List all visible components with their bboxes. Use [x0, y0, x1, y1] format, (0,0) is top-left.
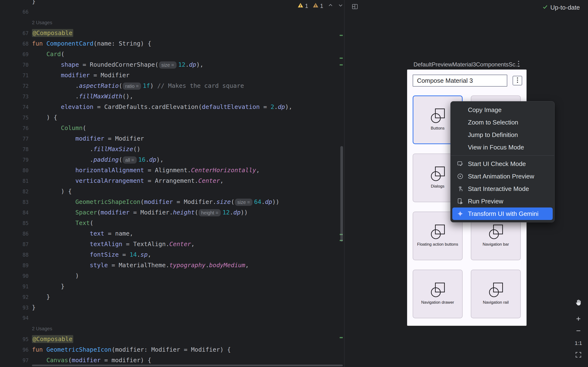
menu-icon-slot — [457, 119, 468, 126]
code-line[interactable]: } — [0, 0, 344, 7]
inspections-widget[interactable]: 1 1 — [297, 2, 344, 10]
menu-item-start-animation-preview[interactable]: Start Animation Preview — [451, 170, 554, 183]
code-line[interactable]: 71 modifier = Modifier — [0, 70, 344, 81]
code-line[interactable]: 93} — [0, 302, 344, 313]
kebab-icon — [518, 60, 519, 69]
preview-card-navigation-rail[interactable]: Navigation rail — [471, 270, 521, 318]
menu-item-label: Jump to Definition — [468, 131, 518, 139]
preview-title: DefaultPreviewMaterial3ComponentsSc... — [413, 61, 520, 68]
code-line[interactable]: 86 text = name, — [0, 228, 344, 239]
line-number: 67 — [0, 28, 29, 39]
compose-preview-panel: Up-to-date DefaultPreviewMaterial3Compon… — [344, 0, 588, 367]
menu-item-start-interactive-mode[interactable]: Start Interactive Mode — [451, 183, 554, 195]
code-line[interactable]: 79 .padding(all =16.dp), — [0, 154, 344, 165]
zoom-in-button[interactable] — [573, 313, 584, 325]
code-editor[interactable]: }662 Usages67@Composable68fun ComponentC… — [0, 0, 344, 367]
code-line[interactable]: 89 style = MaterialTheme.typography.body… — [0, 260, 344, 271]
weak-warning-icon — [312, 2, 319, 10]
horizontal-scrollbar-thumb[interactable] — [32, 365, 343, 366]
card-label: Navigation rail — [482, 300, 510, 305]
code-line[interactable]: 80 horizontalAlignment = Alignment.Cente… — [0, 165, 344, 175]
vertical-scrollbar-thumb[interactable] — [340, 146, 343, 242]
code-text: @Composable — [32, 334, 73, 344]
code-line[interactable]: 73 .fillMaxWidth(), — [0, 91, 344, 102]
previous-issue-button[interactable] — [328, 2, 333, 10]
menu-item-transform-ui-with-gemini[interactable]: Transform UI with Gemini — [452, 208, 553, 220]
usages-hint-row[interactable]: 2 Usages — [0, 323, 344, 334]
menu-item-label: Copy Image — [468, 106, 502, 114]
menu-item-label: Run Preview — [468, 198, 503, 205]
line-number: 69 — [0, 49, 29, 60]
line-number: 84 — [0, 208, 29, 218]
code-line[interactable]: 68fun ComponentCard(name: String) { — [0, 38, 344, 49]
code-line[interactable]: 67@Composable — [0, 28, 344, 38]
zoom-to-fit-button[interactable] — [573, 349, 584, 361]
menu-item-jump-to-definition[interactable]: Jump to Definition — [451, 129, 554, 141]
code-line[interactable]: 76 Column( — [0, 123, 344, 133]
menu-item-label: Start Interactive Mode — [468, 185, 529, 193]
code-line[interactable]: 74 elevation = CardDefaults.cardElevatio… — [0, 102, 344, 112]
menu-item-run-preview[interactable]: Run Preview — [451, 195, 554, 208]
zoom-out-button[interactable] — [573, 325, 584, 337]
code-text: } — [32, 0, 35, 7]
code-line[interactable]: 69 Card( — [0, 49, 344, 59]
line-number: 90 — [0, 271, 29, 281]
code-line[interactable]: 82 ) { — [0, 186, 344, 197]
line-number: 92 — [0, 292, 29, 302]
card-label: Dialogs — [430, 184, 446, 189]
code-text: fun GeometricShapeIcon(modifier: Modifie… — [32, 344, 231, 355]
menu-item-start-ui-check-mode[interactable]: Start UI Check Mode — [451, 158, 554, 170]
zoom-to-fit-icon — [575, 351, 582, 359]
code-line[interactable]: 88 fontSize = 14.sp, — [0, 250, 344, 260]
surface-menu-button[interactable] — [513, 76, 522, 85]
compose-material3-header[interactable]: Compose Material 3 — [413, 75, 507, 87]
menu-item-label: View in Focus Mode — [468, 144, 524, 151]
zoom-100-button[interactable]: 1:1 — [573, 337, 584, 349]
code-line[interactable]: 97 Canvas(modifier = modifier) { — [0, 355, 344, 366]
usages-hint-row[interactable]: 2 Usages — [0, 17, 344, 28]
vcs-change-mark — [340, 58, 343, 59]
code-line[interactable]: 81 verticalArrangement = Arrangement.Cen… — [0, 175, 344, 186]
line-number: 66 — [0, 7, 29, 17]
pan-button[interactable] — [573, 297, 584, 309]
code-text: shape = RoundedCornerShape(size =12.dp), — [32, 59, 203, 70]
usages-hint[interactable]: 2 Usages — [32, 323, 52, 334]
usages-hint[interactable]: 2 Usages — [32, 17, 52, 28]
vcs-change-mark — [340, 337, 343, 338]
menu-item-copy-image[interactable]: Copy Image — [451, 104, 554, 116]
code-lines: }662 Usages67@Composable68fun ComponentC… — [0, 0, 344, 366]
preview-layout-button[interactable] — [351, 3, 359, 11]
line-number: 89 — [0, 260, 29, 271]
code-text: .fillMaxWidth(), — [32, 91, 133, 102]
line-number: 94 — [0, 313, 29, 323]
code-line[interactable]: 90 ) — [0, 271, 344, 281]
code-line[interactable]: 77 modifier = Modifier — [0, 133, 344, 144]
menu-item-view-in-focus-mode[interactable]: View in Focus Mode — [451, 141, 554, 153]
code-line[interactable]: 87 textAlign = TextAlign.Center, — [0, 239, 344, 250]
next-issue-button[interactable] — [338, 2, 344, 10]
inlay-hint: size = — [235, 199, 252, 206]
code-line[interactable]: 72 .aspectRatio(ratio =1f) // Makes the … — [0, 81, 344, 91]
code-line[interactable]: 91 } — [0, 281, 344, 292]
code-line[interactable]: 75 ) { — [0, 112, 344, 123]
code-line[interactable]: 96fun GeometricShapeIcon(modifier: Modif… — [0, 344, 344, 355]
weak-warnings-count[interactable]: 1 — [312, 2, 323, 10]
code-line[interactable]: 70 shape = RoundedCornerShape(size =12.d… — [0, 59, 344, 70]
code-text: Column( — [32, 123, 86, 133]
preview-card-navigation-drawer[interactable]: Navigation drawer — [413, 270, 463, 318]
preview-options-button[interactable] — [515, 61, 522, 68]
menu-icon-slot — [457, 144, 468, 151]
code-line[interactable]: 85 Text( — [0, 218, 344, 228]
code-line[interactable]: 78 .fillMaxSize() — [0, 144, 344, 154]
code-line[interactable]: 83 GeometricShapeIcon(modifier = Modifie… — [0, 197, 344, 207]
code-line[interactable]: 94 — [0, 313, 344, 323]
warnings-count[interactable]: 1 — [297, 2, 308, 10]
line-number: 68 — [0, 39, 29, 49]
inlay-hint: height = — [199, 209, 221, 216]
code-line[interactable]: 66 — [0, 7, 344, 17]
code-line[interactable]: 84 Spacer(modifier = Modifier.height(hei… — [0, 207, 344, 218]
code-text: Spacer(modifier = Modifier.height(height… — [32, 207, 248, 218]
code-line[interactable]: 92 } — [0, 292, 344, 302]
menu-item-zoom-to-selection[interactable]: Zoom to Selection — [451, 116, 554, 129]
code-line[interactable]: 95@Composable — [0, 334, 344, 344]
